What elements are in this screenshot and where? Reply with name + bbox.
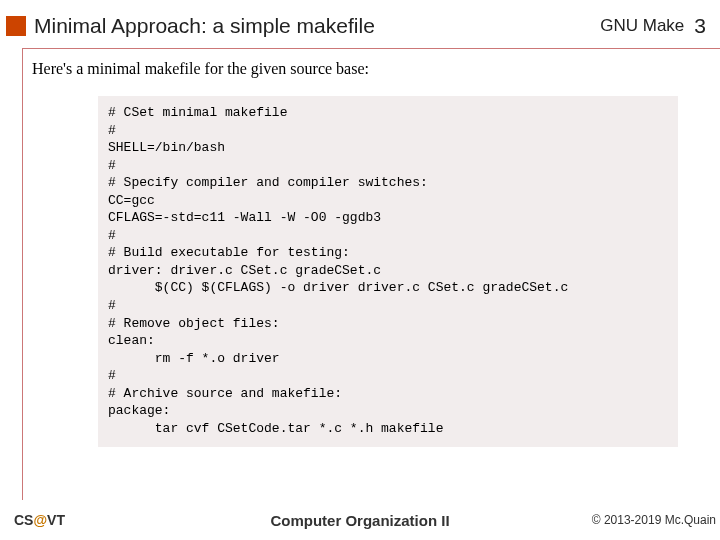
footer-at: @: [33, 512, 47, 528]
slide-footer: CS@VT Computer Organization II © 2013-20…: [0, 506, 720, 534]
intro-text: Here's a minimal makefile for the given …: [32, 60, 369, 78]
accent-square-icon: [6, 16, 26, 36]
slide-title: Minimal Approach: a simple makefile: [34, 14, 600, 38]
footer-left: CS@VT: [14, 512, 65, 528]
slide-number: 3: [694, 14, 706, 38]
footer-left-post: VT: [47, 512, 65, 528]
slide-topic: GNU Make: [600, 16, 684, 36]
footer-left-pre: CS: [14, 512, 33, 528]
code-block: # CSet minimal makefile # SHELL=/bin/bas…: [98, 96, 678, 447]
footer-right: © 2013-2019 Mc.Quain: [592, 513, 716, 527]
slide-header: Minimal Approach: a simple makefile GNU …: [0, 8, 720, 44]
